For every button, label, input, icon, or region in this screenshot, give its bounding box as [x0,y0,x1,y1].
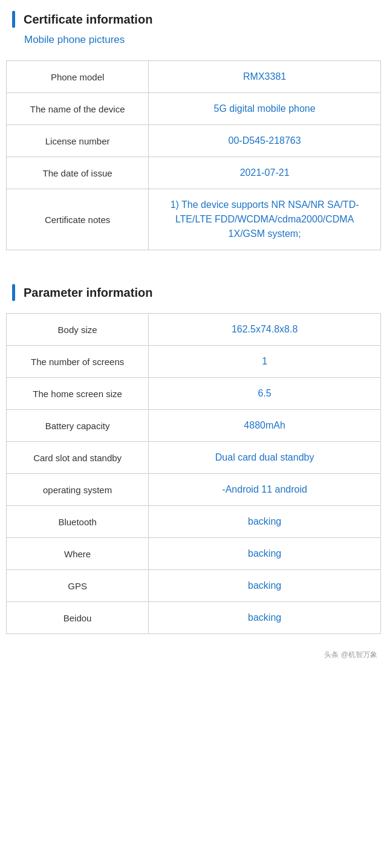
param-row-value: backing [149,602,381,634]
cert-table: Phone model RMX3381 The name of the devi… [6,60,381,250]
cert-row-label: Phone model [7,61,149,93]
mobile-phone-pictures-link[interactable]: Mobile phone pictures [12,34,375,46]
param-row-value: backing [149,570,381,602]
cert-row-label: The date of issue [7,157,149,189]
watermark: 头条 @机智万象 [0,646,387,666]
param-table-row: Body size 162.5x74.8x8.8 [7,314,381,346]
param-row-label: Bluetooth [7,506,149,538]
param-table-row: operating system -Android 11 android [7,474,381,506]
param-row-label: The home screen size [7,378,149,410]
param-row-label: operating system [7,474,149,506]
cert-title-row: Certificate information [12,11,375,28]
param-row-value: 4880mAh [149,410,381,442]
parameter-section: Parameter information [0,273,387,313]
param-row-value: Dual card dual standby [149,442,381,474]
param-section-title: Parameter information [24,286,152,300]
param-table-row: GPS backing [7,570,381,602]
cert-table-row: Phone model RMX3381 [7,61,381,93]
param-row-label: Card slot and standby [7,442,149,474]
cert-table-row: License number 00-D545-218763 [7,125,381,157]
cert-section-title: Certificate information [24,13,152,27]
param-row-label: The number of screens [7,346,149,378]
cert-row-value: 1) The device supports NR NSA/NR SA/TD-L… [149,189,381,250]
param-row-label: Body size [7,314,149,346]
cert-title-bar [12,11,15,28]
cert-row-value: 2021-07-21 [149,157,381,189]
param-table-row: Where backing [7,538,381,570]
cert-row-label: License number [7,125,149,157]
cert-row-label: Certificate notes [7,189,149,250]
param-row-label: Beidou [7,602,149,634]
cert-row-value: 00-D545-218763 [149,125,381,157]
param-row-value: -Android 11 android [149,474,381,506]
certificate-section: Certificate information Mobile phone pic… [0,0,387,60]
param-title-bar [12,284,15,301]
param-title-row: Parameter information [12,284,375,301]
param-row-value: 6.5 [149,378,381,410]
cert-table-row: The date of issue 2021-07-21 [7,157,381,189]
param-table-row: The home screen size 6.5 [7,378,381,410]
param-row-value: backing [149,538,381,570]
param-row-label: Battery capacity [7,410,149,442]
param-row-label: GPS [7,570,149,602]
cert-row-value: RMX3381 [149,61,381,93]
param-table-row: Battery capacity 4880mAh [7,410,381,442]
param-row-value: backing [149,506,381,538]
param-table-row: The number of screens 1 [7,346,381,378]
param-table: Body size 162.5x74.8x8.8 The number of s… [6,313,381,634]
param-row-value: 1 [149,346,381,378]
cert-table-row: Certificate notes 1) The device supports… [7,189,381,250]
param-row-value: 162.5x74.8x8.8 [149,314,381,346]
param-row-label: Where [7,538,149,570]
cert-row-label: The name of the device [7,93,149,125]
param-table-row: Card slot and standby Dual card dual sta… [7,442,381,474]
param-table-row: Bluetooth backing [7,506,381,538]
cert-table-row: The name of the device 5G digital mobile… [7,93,381,125]
cert-row-value: 5G digital mobile phone [149,93,381,125]
param-table-row: Beidou backing [7,602,381,634]
